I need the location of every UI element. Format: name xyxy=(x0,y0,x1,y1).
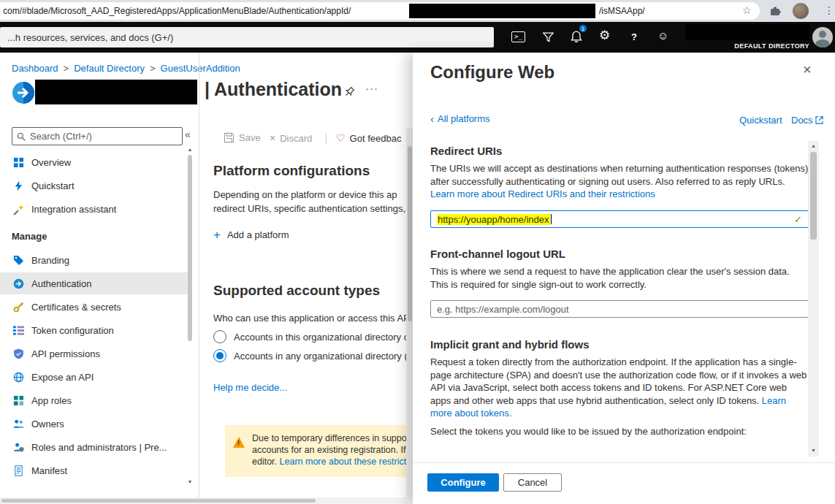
cloud-shell-icon[interactable]: >_ xyxy=(511,31,525,42)
browser-url-bar[interactable]: com/#blade/Microsoft_AAD_RegisteredApps/… xyxy=(0,2,760,20)
sidebar-section-label: Manage xyxy=(12,231,47,242)
breadcrumb: Dashboard > Default Directory > GuestUse… xyxy=(12,63,240,74)
external-link-icon xyxy=(815,116,823,124)
discard-button[interactable]: × Discard xyxy=(270,132,312,144)
sidebar-item-roles-administrators[interactable]: Roles and administrators | Pre... xyxy=(0,436,188,458)
front-channel-logout-heading: Front-channel logout URL xyxy=(430,248,565,260)
heart-icon: ♡ xyxy=(336,132,346,144)
add-platform-button[interactable]: + Add a platform xyxy=(213,229,289,241)
radio-unselected-icon[interactable] xyxy=(213,330,226,343)
browser-profile-avatar[interactable] xyxy=(793,3,809,19)
panel-scrollbar-thumb[interactable] xyxy=(810,152,817,240)
logout-url-input[interactable] xyxy=(430,300,809,318)
settings-gear-icon[interactable]: ⚙ xyxy=(599,29,610,42)
select-tokens-label: Select the tokens you would like to be i… xyxy=(430,425,809,438)
sidebar-item-token-configuration[interactable]: Token configuration xyxy=(0,319,188,341)
radio-selected-icon[interactable] xyxy=(213,349,226,362)
implicit-grant-heading: Implicit grant and hybrid flows xyxy=(430,338,590,351)
sidebar-item-label: Overview xyxy=(31,157,71,168)
breadcrumb-separator: > xyxy=(150,63,156,74)
sidebar-search-input[interactable] xyxy=(30,131,178,142)
all-platforms-back-link[interactable]: ‹ All platforms xyxy=(430,113,490,124)
sidebar-item-quickstart[interactable]: Quickstart xyxy=(0,175,188,196)
sidebar-item-certificates-secrets[interactable]: Certificates & secrets xyxy=(0,296,188,318)
quickstart-link[interactable]: Quickstart xyxy=(739,115,782,126)
pin-icon[interactable] xyxy=(343,86,355,100)
help-icon[interactable]: ? xyxy=(631,31,637,42)
discard-label: Discard xyxy=(280,133,312,144)
sidebar-divider xyxy=(199,53,199,504)
breadcrumb-guestuseraddition[interactable]: GuestUserAddition xyxy=(161,63,240,74)
configure-web-panel: × Configure Web ‹ All platforms Quicksta… xyxy=(413,53,835,504)
sidebar-item-expose-an-api[interactable]: Expose an API xyxy=(0,366,188,388)
warning-restrictions-link[interactable]: Learn more about these restrictions. xyxy=(280,457,426,467)
sidebar-item-label: Manifest xyxy=(31,465,67,476)
sidebar-item-integration-assistant[interactable]: Integration assistant xyxy=(0,198,188,220)
sidebar-search[interactable] xyxy=(12,127,183,145)
app-roles-icon xyxy=(13,395,24,406)
front-channel-logout-description: This is where we send a request to have … xyxy=(430,265,809,291)
sidebar-item-label: Branding xyxy=(31,255,69,266)
filter-icon[interactable] xyxy=(543,32,554,45)
all-platforms-label: All platforms xyxy=(438,113,490,124)
bookmark-star-icon[interactable]: ☆ xyxy=(742,4,752,16)
radio-this-directory[interactable]: Accounts in this organizational director… xyxy=(213,330,409,343)
sidebar-item-label: Authentication xyxy=(31,278,91,289)
shield-icon xyxy=(13,348,24,359)
panel-scrollbar[interactable]: ▲ ▼ xyxy=(808,141,819,457)
docs-link[interactable]: Docs xyxy=(791,115,823,126)
sidebar-item-app-roles[interactable]: App roles xyxy=(0,389,188,411)
global-search[interactable] xyxy=(0,27,494,47)
main-vertical-scrollbar[interactable] xyxy=(406,129,413,504)
save-icon xyxy=(224,132,235,143)
quickstart-icon xyxy=(13,180,24,191)
sidebar-item-overview[interactable]: Overview xyxy=(0,151,188,173)
person-shield-icon xyxy=(13,442,24,453)
main-horizontal-scrollbar-thumb[interactable] xyxy=(1,499,316,503)
redirect-uri-input[interactable]: https://youapp/home/index ✓ xyxy=(430,210,809,228)
radio-this-directory-label: Accounts in this organizational director… xyxy=(234,332,409,343)
warning-line1: Due to temporary differences in supporte… xyxy=(252,432,422,445)
sidebar-item-api-permissions[interactable]: API permissions xyxy=(0,343,188,364)
extensions-icon[interactable] xyxy=(769,5,781,19)
redirect-learn-more-link[interactable]: Learn more about Redirect URIs and their… xyxy=(430,188,655,199)
breadcrumb-dashboard[interactable]: Dashboard xyxy=(12,63,58,74)
panel-scroll-down-icon[interactable]: ▼ xyxy=(808,448,819,453)
warning-line2: accounts for an existing registration. I… xyxy=(252,444,423,457)
main-horizontal-scrollbar[interactable] xyxy=(0,497,406,504)
more-options-icon[interactable]: ··· xyxy=(365,82,378,94)
sidebar-scrollbar-thumb[interactable] xyxy=(188,155,192,341)
account-types-question: Who can use this application or access t… xyxy=(213,313,418,324)
main-vertical-scrollbar-thumb[interactable] xyxy=(408,146,412,321)
sidebar-collapse-icon[interactable]: « xyxy=(185,129,191,140)
panel-close-icon[interactable]: × xyxy=(803,61,812,78)
sidebar-scroll-up-icon[interactable]: ▲ xyxy=(186,147,194,152)
sidebar-item-authentication[interactable]: Authentication xyxy=(0,272,188,294)
browser-bar: com/#blade/Microsoft_AAD_RegisteredApps/… xyxy=(0,0,835,22)
app-registration-icon xyxy=(12,81,35,107)
global-search-input[interactable] xyxy=(0,27,494,47)
sidebar-item-label: Expose an API xyxy=(31,372,94,383)
browser-menu-icon[interactable]: ⋮ xyxy=(824,4,834,16)
key-icon xyxy=(13,302,24,313)
save-button[interactable]: Save xyxy=(224,132,261,143)
radio-any-directory[interactable]: Accounts in any organizational directory… xyxy=(213,349,413,362)
warning-banner: ! Due to temporary differences in suppor… xyxy=(225,425,413,477)
redirect-uris-heading: Redirect URIs xyxy=(430,145,502,157)
redacted-url-segment xyxy=(409,4,595,18)
feedback-smiley-icon[interactable]: ☺ xyxy=(657,30,668,41)
redirect-uris-description: The URIs we will accept as destinations … xyxy=(430,162,809,201)
sidebar-item-manifest[interactable]: Manifest xyxy=(0,459,188,481)
globe-icon xyxy=(13,372,24,383)
sidebar-item-owners[interactable]: Owners xyxy=(0,413,188,435)
account-avatar[interactable] xyxy=(812,27,833,47)
breadcrumb-default-directory[interactable]: Default Directory xyxy=(74,63,145,74)
sidebar-scroll-down-icon[interactable]: ▼ xyxy=(186,479,194,484)
feedback-button[interactable]: ♡ Got feedbac xyxy=(336,132,401,144)
sidebar-item-branding[interactable]: Branding xyxy=(0,249,188,271)
help-me-decide-link[interactable]: Help me decide... xyxy=(213,382,287,393)
panel-scroll-up-icon[interactable]: ▲ xyxy=(808,143,819,148)
cancel-button[interactable]: Cancel xyxy=(503,473,562,492)
sidebar-item-label: API permissions xyxy=(31,348,100,359)
configure-button[interactable]: Configure xyxy=(427,473,499,492)
